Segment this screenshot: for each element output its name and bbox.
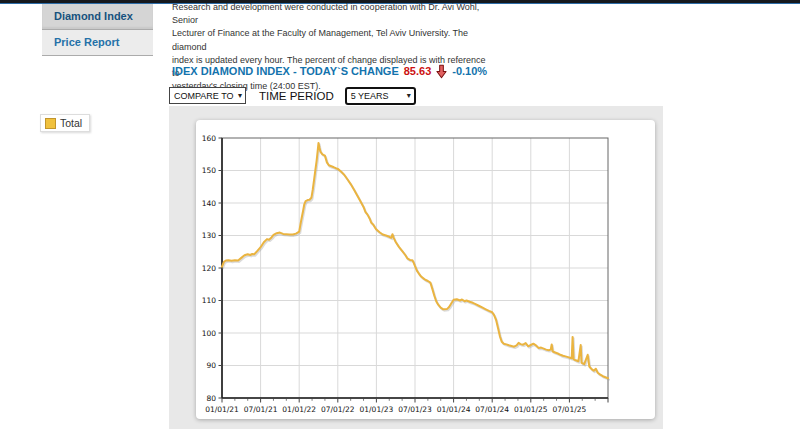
- compare-to-select[interactable]: COMPARE TO ▾: [169, 87, 246, 104]
- chevron-down-icon: ▾: [407, 92, 411, 100]
- time-period-select[interactable]: 5 YEARS ▾: [345, 87, 416, 105]
- svg-text:07/01/21: 07/01/21: [244, 405, 278, 414]
- chart-container: 809010011012013014015016001/01/2107/01/2…: [169, 106, 663, 429]
- time-period-label: TIME PERIOD: [259, 90, 334, 102]
- svg-text:100: 100: [202, 329, 217, 338]
- chart-panel: 809010011012013014015016001/01/2107/01/2…: [196, 120, 655, 419]
- svg-text:150: 150: [202, 166, 217, 175]
- index-change-percent: -0.10%: [452, 65, 487, 77]
- index-header: IDEX DIAMOND INDEX - TODAY`S CHANGE 85.6…: [172, 63, 487, 79]
- svg-text:07/01/24: 07/01/24: [475, 405, 509, 414]
- svg-text:80: 80: [206, 394, 216, 403]
- svg-text:140: 140: [202, 199, 217, 208]
- svg-text:110: 110: [202, 296, 217, 305]
- down-arrow-icon: [436, 64, 447, 79]
- chevron-down-icon: ▾: [238, 92, 242, 100]
- svg-text:01/01/23: 01/01/23: [360, 405, 394, 414]
- svg-text:01/01/24: 01/01/24: [437, 405, 471, 414]
- svg-text:130: 130: [202, 231, 217, 240]
- index-title: IDEX DIAMOND INDEX - TODAY`S CHANGE: [172, 65, 399, 77]
- legend-label: Total: [60, 117, 82, 129]
- svg-text:160: 160: [202, 134, 217, 143]
- index-line-chart: 809010011012013014015016001/01/2107/01/2…: [196, 120, 655, 419]
- svg-text:01/01/21: 01/01/21: [205, 405, 239, 414]
- svg-text:120: 120: [202, 264, 217, 273]
- sidebar: Diamond Index Price Report: [42, 4, 153, 56]
- index-value: 85.63: [404, 65, 432, 77]
- total-series-swatch-icon: [45, 118, 56, 129]
- intro-text: Research and development were conducted …: [172, 1, 488, 93]
- compare-to-value: COMPARE TO: [174, 91, 234, 101]
- legend-total[interactable]: Total: [40, 114, 90, 132]
- svg-text:90: 90: [206, 361, 216, 370]
- svg-text:01/01/25: 01/01/25: [514, 405, 548, 414]
- svg-text:07/01/25: 07/01/25: [553, 405, 587, 414]
- svg-text:07/01/22: 07/01/22: [321, 405, 355, 414]
- page: Diamond Index Price Report Research and …: [0, 0, 800, 429]
- sidebar-item-diamond-index[interactable]: Diamond Index: [42, 4, 153, 30]
- svg-text:07/01/23: 07/01/23: [398, 405, 432, 414]
- controls-row: COMPARE TO ▾ TIME PERIOD 5 YEARS ▾: [169, 86, 416, 105]
- sidebar-item-price-report[interactable]: Price Report: [42, 30, 153, 56]
- time-period-value: 5 YEARS: [351, 91, 389, 101]
- svg-text:01/01/22: 01/01/22: [282, 405, 316, 414]
